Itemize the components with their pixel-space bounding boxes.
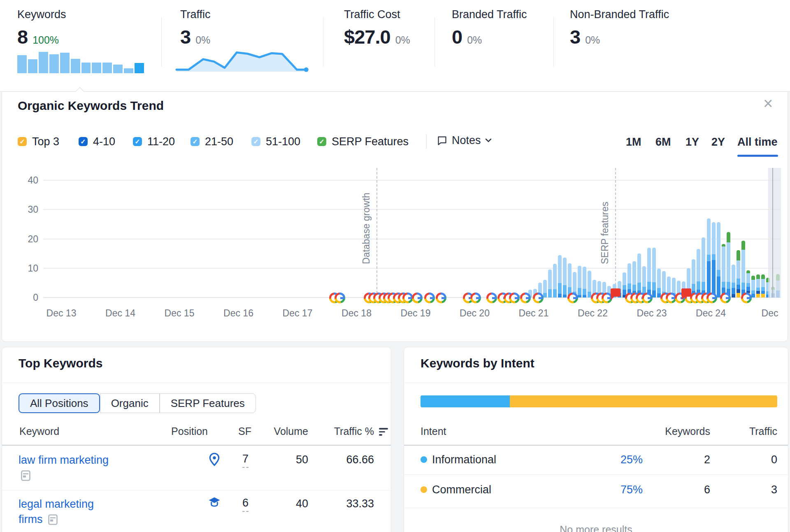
trend-bar[interactable] — [761, 274, 765, 297]
trend-bar[interactable] — [543, 280, 547, 297]
google-favicon-icon[interactable] — [436, 293, 446, 303]
serp-preview-icon[interactable] — [48, 514, 58, 525]
trend-bar[interactable] — [583, 267, 586, 297]
x-axis-date-label: Dec 18 — [328, 308, 386, 319]
trend-bar[interactable] — [647, 248, 651, 297]
bar-segment — [761, 294, 765, 297]
bar-segment — [642, 287, 646, 293]
metric-card-non-branded-traffic[interactable]: Non-Branded Traffic 3 0% — [554, 0, 718, 91]
filter-all-positions[interactable]: All Positions — [19, 393, 100, 413]
red-flag-icon[interactable] — [611, 288, 620, 297]
sf-count[interactable]: 7 — [242, 453, 249, 468]
spark-bar — [92, 63, 101, 73]
bar-segment — [548, 289, 552, 297]
trend-bar[interactable] — [732, 265, 735, 297]
spark-bar — [135, 63, 144, 73]
positions-filter: All Positions Organic SERP Features — [19, 393, 256, 413]
filter-serp-features[interactable]: SERP Features — [160, 393, 256, 413]
google-favicon-icon[interactable] — [642, 293, 653, 303]
google-favicon-icon[interactable] — [533, 293, 544, 303]
bar-segment — [578, 266, 581, 288]
trend-bar[interactable] — [707, 218, 711, 297]
col-header-intent: Intent — [421, 425, 446, 437]
bar-segment — [756, 279, 760, 288]
bar-segment — [632, 285, 636, 291]
trend-bar[interactable] — [756, 274, 760, 297]
trend-bar[interactable] — [712, 222, 716, 297]
bar-segment — [727, 232, 730, 242]
bar-segment — [592, 280, 596, 293]
google-favicon-icon[interactable] — [335, 293, 345, 303]
google-favicon-icon[interactable] — [424, 293, 435, 303]
google-favicon-icon[interactable] — [470, 293, 481, 303]
trend-bar[interactable] — [692, 259, 695, 297]
trend-bar[interactable] — [548, 269, 552, 297]
trend-bar[interactable] — [652, 248, 656, 297]
trend-bar[interactable] — [741, 241, 745, 297]
bar-segment — [761, 274, 765, 279]
metric-card-keywords[interactable]: Keywords 8 100% — [0, 0, 161, 91]
sf-count[interactable]: 6 — [242, 497, 249, 512]
trend-bar[interactable] — [737, 250, 740, 297]
trend-bar[interactable] — [563, 258, 567, 297]
trend-bar[interactable] — [751, 276, 755, 297]
trend-bar[interactable] — [623, 272, 626, 297]
trend-bar[interactable] — [727, 232, 730, 297]
trend-bar[interactable] — [702, 237, 705, 297]
current-period-line[interactable] — [772, 168, 773, 297]
bar-segment — [667, 276, 671, 293]
bar-segment — [737, 285, 740, 289]
google-favicon-icon[interactable] — [706, 293, 717, 303]
trend-bar[interactable] — [697, 249, 700, 297]
intent-bar-segment-informational[interactable] — [421, 395, 510, 407]
bar-segment — [717, 276, 720, 297]
bar-segment — [756, 288, 760, 291]
y-axis-tick: 10 — [14, 263, 38, 274]
bar-segment — [751, 280, 755, 290]
sort-desc-icon[interactable] — [379, 428, 388, 436]
serp-preview-icon[interactable] — [21, 470, 30, 481]
organic-keywords-trend-panel: Organic Keywords Trend × Top 3 4-10 11-2… — [2, 92, 788, 342]
trend-bar[interactable] — [558, 255, 562, 297]
red-flag-icon[interactable] — [681, 288, 691, 297]
google-favicon-icon[interactable] — [567, 293, 578, 303]
google-favicon-icon[interactable] — [412, 293, 423, 303]
trend-bar[interactable] — [553, 264, 557, 297]
google-favicon-icon[interactable] — [520, 293, 531, 303]
knowledge-panel-icon[interactable] — [208, 496, 221, 509]
intent-distribution-bar[interactable] — [421, 395, 777, 407]
bar-segment — [702, 282, 705, 290]
bar-segment — [677, 281, 681, 293]
bar-segment — [602, 282, 606, 294]
filter-organic[interactable]: Organic — [100, 393, 160, 413]
bar-segment — [746, 283, 750, 287]
local-pack-pin-icon[interactable] — [208, 452, 221, 467]
google-favicon-icon[interactable] — [741, 293, 752, 303]
trend-bar[interactable] — [588, 271, 591, 297]
top-keywords-card: Top Keywords All Positions Organic SERP … — [2, 347, 391, 532]
organic-keywords-trend-chart: 010203040Dec 13Dec 14Dec 15Dec 16Dec 17D… — [2, 92, 788, 342]
trend-bar[interactable] — [657, 269, 661, 297]
google-favicon-icon[interactable] — [509, 293, 520, 303]
col-header-position: Position — [150, 425, 208, 437]
google-favicon-icon[interactable] — [486, 293, 497, 303]
trend-bar[interactable] — [637, 253, 641, 297]
metric-card-traffic[interactable]: Traffic 3 0% — [162, 0, 323, 91]
bar-segment — [583, 295, 586, 297]
bar-segment — [662, 271, 666, 292]
bar-segment — [737, 289, 740, 293]
trend-bar[interactable] — [722, 244, 725, 297]
bar-segment — [618, 281, 621, 289]
bar-segment — [632, 261, 636, 285]
trend-bar[interactable] — [632, 261, 636, 297]
keyword-link[interactable]: legal marketing firms — [19, 497, 119, 527]
intent-traffic-value: 3 — [695, 483, 777, 496]
keyword-link[interactable]: law firm marketing — [19, 453, 119, 483]
metric-card-branded-traffic[interactable]: Branded Traffic 0 0% — [435, 0, 553, 91]
trend-bar[interactable] — [717, 222, 720, 297]
metric-card-traffic-cost[interactable]: Traffic Cost $27.0 0% — [323, 0, 434, 91]
intent-bar-segment-commercial[interactable] — [510, 395, 777, 407]
google-favicon-icon[interactable] — [720, 293, 731, 303]
bar-segment — [652, 290, 656, 297]
trend-bar[interactable] — [578, 266, 581, 297]
